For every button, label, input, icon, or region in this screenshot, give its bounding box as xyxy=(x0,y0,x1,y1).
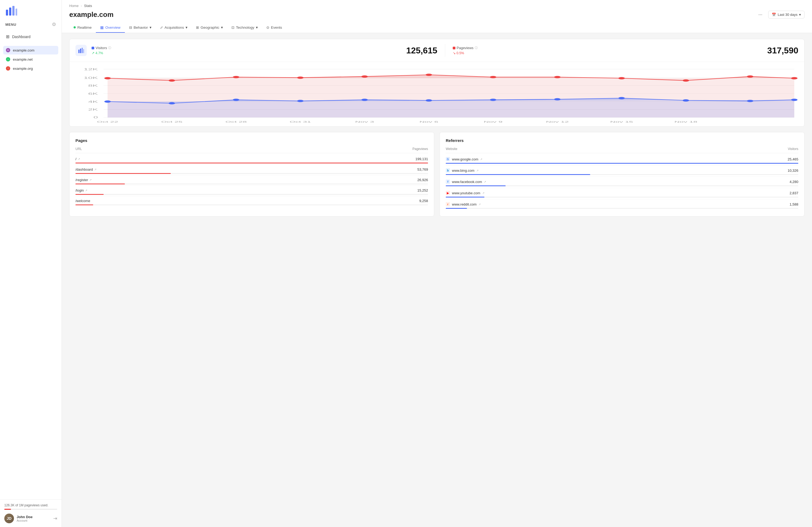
page-value: 53,769 xyxy=(417,167,428,171)
svg-text:2K: 2K xyxy=(88,108,98,111)
geographic-icon: ⊞ xyxy=(196,26,199,30)
pages-table-header: URL Pageviews xyxy=(75,147,428,153)
chart-svg: 12K 10K 8K 6K 4K 2K 0 xyxy=(75,66,798,123)
avatar: JD xyxy=(4,514,14,523)
ref-value: 10,326 xyxy=(787,168,798,172)
tab-geographic[interactable]: ⊞ Geographic ▾ xyxy=(192,22,227,33)
page-url[interactable]: /dashboard ↗ xyxy=(75,167,97,171)
bar-fill xyxy=(75,173,171,174)
referrers-table-header: Website Visitors xyxy=(446,147,798,153)
page-url[interactable]: /welcome xyxy=(75,199,90,203)
ref-value: 1,588 xyxy=(789,202,798,206)
tab-overview-label: Overview xyxy=(105,26,120,30)
visitors-info-icon[interactable]: ⓘ xyxy=(108,46,111,50)
ref-site[interactable]: r www.reddit.com ↗ xyxy=(446,202,481,206)
svg-point-39 xyxy=(425,99,432,102)
tab-realtime[interactable]: Realtime xyxy=(69,23,96,33)
svg-text:Nov 6: Nov 6 xyxy=(419,120,438,123)
svg-rect-2 xyxy=(12,6,14,16)
acquisitions-icon: ⤢ xyxy=(160,26,163,30)
site-item-example-net[interactable]: ~ example.net xyxy=(3,55,58,64)
sidebar-item-dashboard[interactable]: ⊞ Dashboard xyxy=(3,32,58,42)
pages-col1: URL xyxy=(75,147,82,151)
svg-point-44 xyxy=(747,100,753,102)
site-label-example-org: example.org xyxy=(13,66,33,71)
breadcrumb-home[interactable]: Home xyxy=(69,4,79,8)
logout-icon[interactable]: ⇥ xyxy=(53,515,57,521)
referrers-card: Referrers Website Visitors G www.google.… xyxy=(439,132,804,216)
geographic-chevron: ▾ xyxy=(221,25,223,30)
events-icon: ⊙ xyxy=(266,26,269,30)
technology-chevron: ▾ xyxy=(256,25,258,30)
list-item: f www.facebook.com ↗ 4,280 xyxy=(446,177,798,188)
svg-point-23 xyxy=(169,79,175,81)
tab-acquisitions[interactable]: ⤢ Acquisitions ▾ xyxy=(156,22,192,33)
site-item-example-org[interactable]: ! example.org xyxy=(3,64,58,73)
page-url[interactable]: /register ↗ xyxy=(75,178,91,182)
tab-behavior-label: Behavior xyxy=(134,26,148,30)
table-row: /login ↗ 15,252 xyxy=(75,186,428,196)
ref-site[interactable]: ▶ www.youtube.com ↗ xyxy=(446,191,484,195)
referrers-rows: G www.google.com ↗ 25,465 b www.bing.com… xyxy=(446,154,798,210)
svg-point-27 xyxy=(425,74,432,76)
svg-text:Nov 9: Nov 9 xyxy=(483,120,503,123)
pages-card: Pages URL Pageviews / ↗ 199,131 /dashboa… xyxy=(69,132,434,216)
site-item-example-com[interactable]: ✕ example.com xyxy=(3,46,58,55)
ref-site[interactable]: b www.bing.com ↗ xyxy=(446,168,478,172)
tabs: Realtime ▦ Overview ⊟ Behavior ▾ ⤢ Acqui… xyxy=(69,22,804,33)
page-value: 199,131 xyxy=(416,157,428,161)
ref-bar-track xyxy=(446,197,798,197)
page-value: 9,258 xyxy=(419,199,428,203)
stat-divider xyxy=(445,44,445,57)
svg-text:8K: 8K xyxy=(88,84,98,88)
ref-site[interactable]: f www.facebook.com ↗ xyxy=(446,180,486,184)
list-item: ▶ www.youtube.com ↗ 2,837 xyxy=(446,188,798,199)
user-role: Account xyxy=(17,519,32,522)
visitors-stat: Visitors ⓘ ↗ 4.7% xyxy=(91,46,406,55)
user-info: JD John Doe Account xyxy=(4,514,32,523)
behavior-chevron: ▾ xyxy=(149,25,151,30)
pages-title: Pages xyxy=(75,138,428,143)
bar-track xyxy=(75,183,428,184)
tab-events[interactable]: ⊙ Events xyxy=(262,23,286,33)
svg-rect-6 xyxy=(82,48,83,53)
svg-text:Oct 22: Oct 22 xyxy=(97,120,118,123)
content-area: Visitors ⓘ ↗ 4.7% 125,615 Pageviews ⓘ xyxy=(62,33,812,223)
ref-site[interactable]: G www.google.com ↗ xyxy=(446,157,482,161)
bar-fill xyxy=(75,163,428,163)
dashboard-icon: ⊞ xyxy=(6,34,10,39)
behavior-icon: ⊟ xyxy=(129,26,132,30)
tab-overview[interactable]: ▦ Overview xyxy=(96,22,125,33)
svg-text:6K: 6K xyxy=(88,92,98,95)
usage-bar-fill xyxy=(4,509,11,510)
external-link-icon: ↗ xyxy=(482,192,484,195)
page-url[interactable]: / ↗ xyxy=(75,157,80,161)
overview-icon: ▦ xyxy=(100,25,104,30)
svg-rect-4 xyxy=(78,50,79,53)
date-range-label: Last 30 days xyxy=(778,13,798,17)
pageviews-info-icon[interactable]: ⓘ xyxy=(475,46,478,50)
ref-value: 2,837 xyxy=(789,191,798,195)
chart-area: 12K 10K 8K 6K 4K 2K 0 xyxy=(70,62,804,126)
stats-icon xyxy=(75,45,87,56)
page-url[interactable]: /login ↗ xyxy=(75,189,87,192)
logo xyxy=(0,0,61,20)
down-arrow-icon: ↘ xyxy=(453,51,456,55)
external-link-icon: ↗ xyxy=(94,168,97,171)
referrers-col1: Website xyxy=(446,147,457,151)
svg-point-29 xyxy=(554,76,561,78)
svg-point-24 xyxy=(233,76,239,78)
bar-fill xyxy=(75,194,104,195)
settings-icon[interactable]: ⚙ xyxy=(52,21,56,27)
more-button[interactable]: ··· xyxy=(756,11,765,18)
date-range-button[interactable]: 📅 Last 30 days ▾ xyxy=(768,11,804,18)
usage-text: 126.3K of 1M pageviews used. xyxy=(4,503,57,507)
svg-text:Oct 25: Oct 25 xyxy=(161,120,182,123)
site-dot-example-org: ! xyxy=(6,66,10,71)
external-link-icon: ↗ xyxy=(478,203,481,206)
acquisitions-chevron: ▾ xyxy=(186,25,187,30)
site-dot-example-com: ✕ xyxy=(6,48,10,52)
ref-bar-track xyxy=(446,174,798,175)
tab-technology[interactable]: ⊡ Technology ▾ xyxy=(227,22,262,33)
tab-behavior[interactable]: ⊟ Behavior ▾ xyxy=(125,22,156,33)
